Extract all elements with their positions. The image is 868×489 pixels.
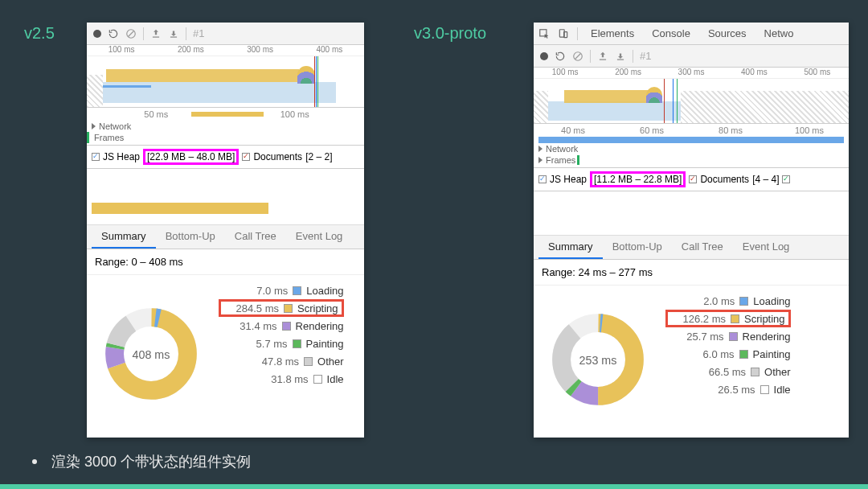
ms-other: 47.8 ms xyxy=(244,355,299,368)
devtools-panel-v30: Elements Console Sources Netwo #1 100 ms… xyxy=(534,23,849,438)
svg-line-15 xyxy=(575,53,581,59)
scripting-highlight: 284.5 msScripting xyxy=(219,299,344,317)
tick: 300 ms xyxy=(226,45,295,55)
download-icon[interactable] xyxy=(615,51,626,62)
record-icon[interactable] xyxy=(93,30,101,38)
swatch-other xyxy=(751,368,760,376)
lbl-idle: Idle xyxy=(327,373,344,385)
tab-network[interactable]: Netwo xyxy=(760,27,799,39)
swatch-idle xyxy=(760,385,769,394)
frames-bar xyxy=(538,137,844,143)
svg-text:408 ms: 408 ms xyxy=(133,348,170,361)
device-icon[interactable] xyxy=(558,28,569,39)
svg-text:253 ms: 253 ms xyxy=(579,353,617,366)
range-text: Range: 0 – 408 ms xyxy=(87,249,364,275)
tick: 200 ms xyxy=(156,45,225,55)
recording-name[interactable]: #1 xyxy=(193,27,204,39)
heap-checkbox[interactable] xyxy=(538,175,547,183)
heap-value-highlight: [22.9 MB – 48.0 MB] xyxy=(143,149,239,165)
devtools-panel-v25: #1 100 ms 200 ms 300 ms 400 ms 50 ms 100… xyxy=(87,23,364,438)
tab-eventlog[interactable]: Event Log xyxy=(286,225,353,249)
ms-rendering: 31.4 ms xyxy=(223,320,277,332)
summary-pane: 408 ms 7.0 msLoading 284.5 msScripting 3… xyxy=(87,275,364,438)
bottom-tabs: Summary Bottom-Up Call Tree Event Log xyxy=(87,225,364,249)
heap-checkbox[interactable] xyxy=(92,153,100,161)
devtools-top-tabs: Elements Console Sources Netwo xyxy=(534,23,849,45)
inspect-icon[interactable] xyxy=(538,28,550,39)
summary-pane: 253 ms 2.0 msLoading 126.2 msScripting 2… xyxy=(534,286,849,438)
bottom-tabs: Summary Bottom-Up Call Tree Event Log xyxy=(534,236,849,260)
swatch-painting xyxy=(739,350,748,359)
expand-icon[interactable] xyxy=(538,146,542,152)
docs-checkbox[interactable] xyxy=(689,175,697,183)
reload-icon[interactable] xyxy=(108,28,119,39)
donut-chart: 253 ms xyxy=(542,292,654,426)
caption: 渲染 3000 个带状态的组件实例 xyxy=(32,452,251,471)
tick: 200 ms xyxy=(596,68,659,78)
reload-icon[interactable] xyxy=(555,51,566,62)
network-row[interactable]: Network xyxy=(99,121,131,131)
footer-bar xyxy=(0,484,868,489)
flame-chart[interactable] xyxy=(534,191,849,236)
network-row[interactable]: Network xyxy=(546,144,578,154)
nodes-checkbox[interactable] xyxy=(782,175,790,183)
clear-icon[interactable] xyxy=(125,28,137,39)
flame-chart[interactable] xyxy=(87,169,364,225)
ms-other: 66.5 ms xyxy=(691,366,746,378)
docs-value: [4 – 4] xyxy=(752,174,779,185)
tab-summary[interactable]: Summary xyxy=(538,236,603,259)
swatch-rendering xyxy=(729,332,738,341)
frames-row[interactable]: Frames xyxy=(546,155,579,165)
overview-timeline[interactable]: 100 ms 200 ms 300 ms 400 ms xyxy=(87,45,364,108)
tab-summary[interactable]: Summary xyxy=(92,225,156,249)
ms-loading: 2.0 ms xyxy=(680,295,735,307)
ms-loading: 7.0 ms xyxy=(233,285,288,297)
svg-rect-2 xyxy=(153,36,159,37)
label-v30: v3.0-proto xyxy=(414,24,486,43)
tab-calltree[interactable]: Call Tree xyxy=(225,225,286,249)
ms-rendering: 25.7 ms xyxy=(669,331,724,343)
swatch-scripting xyxy=(731,314,739,323)
docs-label: Documents xyxy=(253,151,302,162)
toolbar: #1 xyxy=(534,45,849,68)
lbl-scripting: Scripting xyxy=(297,302,338,314)
heap-value-highlight: [11.2 MB – 22.8 MB] xyxy=(590,171,686,187)
recording-name[interactable]: #1 xyxy=(640,50,651,62)
clear-icon[interactable] xyxy=(572,51,583,62)
tab-console[interactable]: Console xyxy=(647,27,695,39)
tab-calltree[interactable]: Call Tree xyxy=(672,236,733,259)
upload-icon[interactable] xyxy=(150,28,162,39)
lbl-painting: Painting xyxy=(753,348,791,360)
tick: 40 ms xyxy=(534,125,612,135)
tick: 100 ms xyxy=(534,68,596,78)
download-icon[interactable] xyxy=(168,28,179,39)
donut-chart: 408 ms xyxy=(95,281,207,426)
toolbar: #1 xyxy=(87,23,364,45)
svg-line-1 xyxy=(129,31,134,36)
sub-timeline[interactable]: 40 ms 60 ms 80 ms 100 ms Network Frames xyxy=(534,124,849,168)
swatch-scripting xyxy=(284,304,293,313)
record-icon[interactable] xyxy=(540,52,548,60)
lbl-scripting: Scripting xyxy=(744,313,785,325)
tab-sources[interactable]: Sources xyxy=(703,27,751,39)
scripting-highlight: 126.2 msScripting xyxy=(665,310,791,327)
tab-elements[interactable]: Elements xyxy=(586,27,639,39)
frames-row[interactable]: Frames xyxy=(94,133,124,142)
tick: 400 ms xyxy=(723,68,785,78)
tab-eventlog[interactable]: Event Log xyxy=(733,236,800,259)
expand-icon[interactable] xyxy=(538,157,542,163)
swatch-rendering xyxy=(282,322,291,331)
docs-label: Documents xyxy=(700,174,749,185)
docs-value: [2 – 2] xyxy=(305,151,332,162)
upload-icon[interactable] xyxy=(597,51,608,62)
tick: 300 ms xyxy=(660,68,723,78)
tab-bottomup[interactable]: Bottom-Up xyxy=(603,236,672,259)
tab-bottomup[interactable]: Bottom-Up xyxy=(156,225,225,249)
ms-painting: 6.0 ms xyxy=(680,348,735,360)
expand-icon[interactable] xyxy=(92,123,96,129)
ms-scripting: 284.5 ms xyxy=(224,302,279,314)
sub-timeline[interactable]: 50 ms 100 ms Network Frames xyxy=(87,108,364,146)
docs-checkbox[interactable] xyxy=(242,153,250,161)
overview-timeline[interactable]: 100 ms 200 ms 300 ms 400 ms 500 ms xyxy=(534,68,849,124)
svg-rect-16 xyxy=(600,59,606,60)
